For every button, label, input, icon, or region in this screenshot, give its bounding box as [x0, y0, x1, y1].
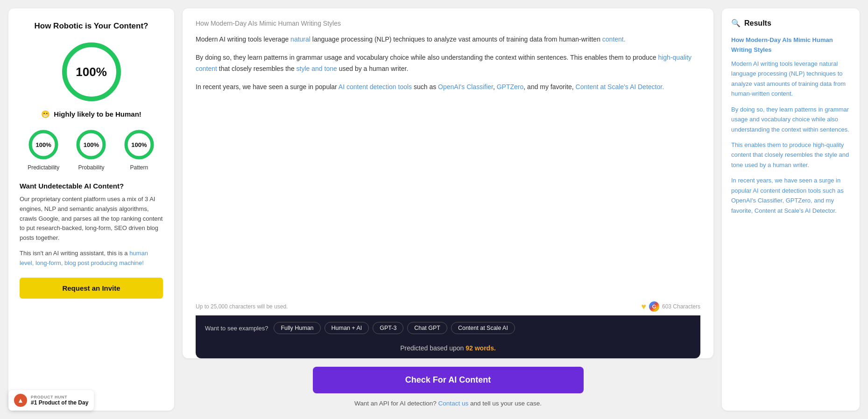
request-invite-button[interactable]: Request an Invite: [20, 278, 163, 299]
badge-text: Highly likely to be Human!: [54, 110, 141, 118]
ph-label: PRODUCT HUNT: [31, 395, 88, 399]
search-icon: 🔍: [731, 19, 741, 28]
predictability-circle: 100%: [27, 128, 60, 161]
robotic-title: How Robotic is Your Content?: [20, 21, 163, 31]
pattern-circle-item: 100% Pattern: [122, 128, 156, 171]
human-badge: 😁 Highly likely to be Human!: [20, 110, 163, 119]
below-content: Check For AI Content Want an API for AI …: [183, 358, 713, 411]
pill-content-at-scale[interactable]: Content at Scale AI: [451, 322, 515, 334]
content-paragraph-1: Modern AI writing tools leverage natural…: [196, 34, 700, 45]
char-limit-text: Up to 25,000 characters will be used.: [196, 303, 288, 310]
ph-logo-icon: ▲: [14, 394, 27, 407]
results-header: 🔍 Results: [731, 19, 850, 28]
predictability-value: 100%: [36, 141, 51, 148]
result-p1: Modern AI writing tools leverage natural…: [731, 59, 850, 99]
api-text-prefix: Want an API for AI detection?: [354, 400, 438, 407]
pattern-label: Pattern: [130, 164, 148, 171]
ph-text: PRODUCT HUNT #1 Product of the Day: [31, 395, 88, 406]
dark-bar: Want to see examples? Fully Human Human …: [196, 315, 700, 358]
check-ai-content-button[interactable]: Check For AI Content: [313, 367, 584, 393]
pill-fully-human[interactable]: Fully Human: [274, 322, 320, 334]
predictability-circle-item: 100% Predictability: [27, 128, 60, 171]
probability-circle-item: 100% Probability: [74, 128, 108, 171]
main-score-container: 100%: [20, 39, 163, 105]
result-p4: In recent years, we have seen a surge in…: [731, 175, 850, 216]
content-footer: Up to 25,000 characters will be used. ♥ …: [196, 297, 700, 315]
google-icon: G: [649, 301, 659, 312]
results-title: Results: [744, 19, 771, 28]
pattern-value: 100%: [131, 141, 147, 148]
char-count: 603 Characters: [662, 303, 700, 310]
result-p2: By doing so, they learn patterns in gram…: [731, 105, 850, 134]
result-p3: This enables them to produce high-qualit…: [731, 140, 850, 170]
badge-emoji: 😁: [41, 110, 50, 118]
product-hunt-badge: ▲ PRODUCT HUNT #1 Product of the Day: [8, 390, 94, 411]
predictability-label: Predictability: [28, 164, 59, 171]
right-panel: 🔍 Results How Modern-Day AIs Mimic Human…: [722, 8, 860, 411]
content-paragraph-3: In recent years, we have seen a surge in…: [196, 81, 700, 93]
small-circles-row: 100% Predictability 100% Probability 100…: [20, 128, 163, 171]
content-title: How Modern-Day AIs Mimic Human Writing S…: [196, 20, 700, 27]
pattern-circle: 100%: [122, 128, 156, 161]
pill-gpt3[interactable]: GPT-3: [373, 322, 403, 334]
contact-us-link[interactable]: Contact us: [438, 400, 469, 407]
main-circle: 100%: [59, 39, 124, 105]
main-score-value: 100%: [76, 65, 107, 79]
content-paragraph-2: By doing so, they learn patterns in gram…: [196, 52, 700, 75]
api-text-mid: and tell us your use case.: [468, 400, 542, 407]
example-pills: Fully Human Human + AI GPT-3 Chat GPT Co…: [274, 322, 515, 334]
undetectable-p1: Our proprietary content platform uses a …: [20, 195, 163, 243]
api-text: Want an API for AI detection? Contact us…: [354, 400, 542, 407]
probability-value: 100%: [84, 141, 99, 148]
undetectable-p2: This isn't an AI writing assistant, this…: [20, 249, 163, 268]
result-title: How Modern-Day AIs Mimic Human Writing S…: [731, 35, 850, 55]
ph-value: #1 Product of the Day: [31, 399, 88, 406]
probability-label: Probability: [78, 164, 104, 171]
pill-human-ai[interactable]: Human + AI: [325, 322, 369, 334]
predicted-prefix: Predicted based upon: [400, 344, 466, 352]
predicted-text: Predicted based upon 92 words.: [205, 340, 691, 352]
content-area: How Modern-Day AIs Mimic Human Writing S…: [183, 8, 713, 358]
results-body: How Modern-Day AIs Mimic Human Writing S…: [731, 35, 850, 216]
pill-chat-gpt[interactable]: Chat GPT: [407, 322, 447, 334]
dark-bar-label: Want to see examples?: [205, 325, 268, 332]
left-panel: How Robotic is Your Content? 100% 😁 High…: [8, 8, 174, 411]
undetectable-title: Want Undetectable AI Content?: [20, 182, 163, 190]
editor-icons: ♥ G 603 Characters: [641, 301, 700, 312]
main-panel: How Modern-Day AIs Mimic Human Writing S…: [174, 0, 722, 419]
predicted-words: 92 words.: [466, 344, 496, 352]
content-body[interactable]: Modern AI writing tools leverage natural…: [196, 34, 700, 297]
heart-icon: ♥: [641, 302, 646, 312]
undetectable-p2-prefix: This isn't an AI writing assistant, this…: [20, 250, 129, 257]
probability-circle: 100%: [74, 128, 108, 161]
